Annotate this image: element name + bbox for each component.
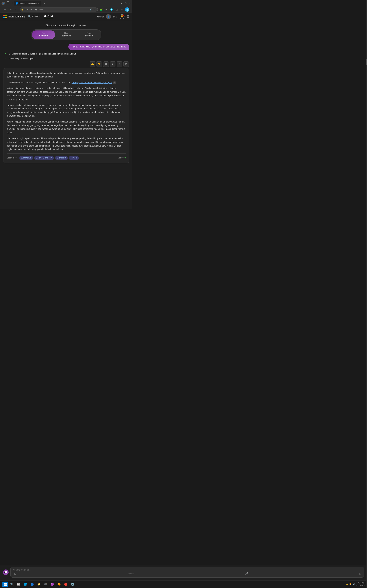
settings-more-icon[interactable]: ··· — [120, 7, 124, 12]
tab-favicon: 🔷 — [16, 2, 18, 5]
rewards-icon[interactable]: 🏆 — [120, 14, 125, 19]
quote-link[interactable]: Mengapa murid berani melawan gurunya? — [72, 81, 112, 84]
ms-green-square — [5, 15, 7, 16]
hamburger-menu[interactable]: ☰ — [127, 15, 129, 18]
balanced-more-label: More — [64, 32, 68, 34]
tab-title: Bing Chat with GPT-4 — [19, 2, 37, 4]
active-tab[interactable]: 🔷 Bing Chat with GPT-4 ✕ — [14, 1, 42, 6]
browser-chrome: 👤 🔷 Bing Chat with GPT-4 ✕ + ─ ☐ ✕ ← → ↻… — [0, 0, 133, 13]
creative-style-name: Creative — [39, 34, 48, 37]
more-tools-icon[interactable]: ··· — [104, 7, 108, 12]
generating-status: ✓ Generating answers for you... — [3, 57, 129, 60]
bing-logo-text: Microsoft Bing — [8, 15, 25, 18]
generating-text: Generating answers for you... — [9, 57, 35, 60]
balanced-style-name: Balanced — [61, 34, 71, 37]
points-badge: 1471 — [113, 16, 117, 18]
more-actions-button[interactable]: ⊞ — [123, 61, 129, 67]
ms-yellow-square — [5, 17, 7, 18]
learn-more-label: Learn more: — [7, 156, 18, 160]
profile-avatar[interactable]: 👤 — [1, 2, 5, 5]
style-chooser-label: Choose a conversation style Preview — [3, 24, 129, 27]
action-toolbar: 👍 👎 ⧉ ⬇ ↗ ⊞ — [3, 61, 129, 67]
nav-chat-link[interactable]: 💬 CHAT — [44, 15, 53, 18]
address-container: 🔒 https://www.bing.com/s... 🔊 ☆ — [20, 8, 98, 11]
learn-more-section: Learn more: 1. mawan.id 2. kompasiana.co… — [7, 153, 126, 160]
close-button[interactable]: ✕ — [129, 2, 131, 5]
ai-paragraph-4: Namun, disiplin tidak bisa muncul dengan… — [7, 103, 126, 118]
ms-red-square — [3, 15, 5, 16]
active-dot — [125, 157, 126, 158]
download-button[interactable]: ⬇ — [110, 61, 116, 67]
creative-more-label: More — [42, 32, 45, 34]
microsoft-logo — [3, 15, 7, 18]
favorites-icon[interactable]: ☆ — [94, 8, 96, 11]
address-bar: ← → ↻ 🔒 https://www.bing.com/s... 🔊 ☆ 🧩 … — [1, 6, 131, 13]
reward-notification-dot — [123, 15, 124, 16]
bing-logo: Microsoft Bing — [3, 15, 25, 18]
user-message: Tiada ... tanpa disiplin, dan tiada disi… — [3, 44, 129, 50]
main-content: Choose a conversation style Preview More… — [0, 21, 133, 169]
nav-search-link[interactable]: 🔍 SEARCH — [28, 15, 40, 18]
searching-text: Searching for: Tiada ... tanpa disiplin,… — [9, 53, 76, 55]
tab-close-button[interactable]: ✕ — [38, 2, 40, 4]
edge-browser-icon: ◈ — [125, 7, 129, 12]
more-links-button[interactable]: +2 more — [69, 156, 79, 160]
tab-bar: 👤 🔷 Bing Chat with GPT-4 ✕ + ─ ☐ ✕ — [1, 1, 131, 6]
forward-button[interactable]: → — [8, 7, 13, 12]
ai-paragraph-3: Kutipan ini mengungkapkan pentingnya dis… — [7, 86, 126, 101]
address-icons: 🔊 ☆ — [90, 8, 96, 11]
bing-header: Microsoft Bing 🔍 SEARCH 💬 CHAT Mawan 👤 1… — [0, 13, 133, 21]
precise-style-name: Precise — [85, 34, 93, 37]
refresh-button[interactable]: ↻ — [14, 7, 18, 12]
precise-style-button[interactable]: More Precise — [77, 30, 100, 39]
creative-style-button[interactable]: More Creative — [32, 30, 55, 39]
preview-badge: Preview — [78, 24, 87, 27]
extensions-icon[interactable]: 🧩 — [99, 7, 103, 12]
style-chooser: Choose a conversation style Preview More… — [3, 24, 129, 40]
learn-link-2[interactable]: 2. kompasiana.com — [34, 156, 54, 160]
browser-toolbar: 🧩 ··· 💠 ⊡ ··· ◈ — [99, 7, 129, 12]
address-input[interactable]: https://www.bing.com/s... — [20, 8, 98, 11]
chat-area: Tiada ... tanpa disiplin, dan tiada disi… — [3, 44, 129, 166]
generate-check-icon: ✓ — [4, 57, 8, 60]
maximize-button[interactable]: ☐ — [125, 2, 127, 5]
learn-link-1[interactable]: 1. mawan.id — [19, 156, 33, 160]
user-bubble: Tiada ... tanpa disiplin, dan tiada disi… — [68, 44, 129, 50]
precise-more-label: More — [87, 32, 91, 34]
back-button[interactable]: ← — [3, 7, 7, 12]
nav-links: 🔍 SEARCH 💬 CHAT — [28, 15, 53, 18]
ms-blue-square — [3, 17, 5, 18]
thumbs-down-button[interactable]: 👎 — [97, 61, 102, 67]
new-tab-button[interactable]: + — [42, 1, 47, 6]
minimize-button[interactable]: ─ — [121, 2, 122, 5]
learn-link-3[interactable]: 3. brilio.net — [55, 156, 68, 160]
copy-button[interactable]: ⧉ — [103, 61, 109, 67]
tab-groups-icon[interactable] — [6, 2, 9, 5]
window-controls: ─ ☐ ✕ — [121, 2, 131, 5]
bing-copilot-icon[interactable]: 💠 — [109, 7, 114, 12]
bing-app: Microsoft Bing 🔍 SEARCH 💬 CHAT Mawan 👤 1… — [0, 13, 133, 209]
user-name: Mawan — [97, 16, 104, 18]
thumbs-up-button[interactable]: 👍 — [90, 61, 95, 67]
read-aloud-icon[interactable]: 🔊 — [90, 8, 92, 11]
search-check-icon: ✓ — [4, 52, 8, 56]
ai-paragraph-5: Kutipan ini juga menyoroti fenomena muri… — [7, 120, 126, 135]
lock-icon: 🔒 — [21, 9, 23, 10]
ai-response-card: Kalimat yang anda masukkan adalah bagian… — [3, 68, 129, 163]
share-button[interactable]: ↗ — [117, 61, 122, 67]
sidebar-icon[interactable]: ⊡ — [115, 7, 119, 12]
ai-paragraph-2: "Tiada keteraturan tanpa disiplin, dan t… — [7, 81, 126, 85]
search-nav-icon: 🔍 — [28, 15, 31, 17]
style-buttons-group: More Creative More Balanced More Precise — [31, 29, 101, 40]
chat-nav-icon: 💬 — [44, 15, 47, 17]
footnote-1: 1 — [113, 81, 116, 84]
page-count: 1 of 30 — [117, 156, 126, 160]
searching-status: ✓ Searching for: Tiada ... tanpa disipli… — [3, 52, 129, 56]
user-avatar[interactable]: 👤 — [106, 14, 111, 19]
header-right: Mawan 👤 1471 🏆 ☰ — [97, 14, 129, 19]
ai-paragraph-1: Kalimat yang anda masukkan adalah bagian… — [7, 71, 126, 79]
tab-window-icon[interactable] — [10, 2, 13, 5]
balanced-style-button[interactable]: More Balanced — [55, 30, 78, 39]
ai-paragraph-6: Oleh karena itu, kita perlu menyadari ba… — [7, 137, 126, 151]
